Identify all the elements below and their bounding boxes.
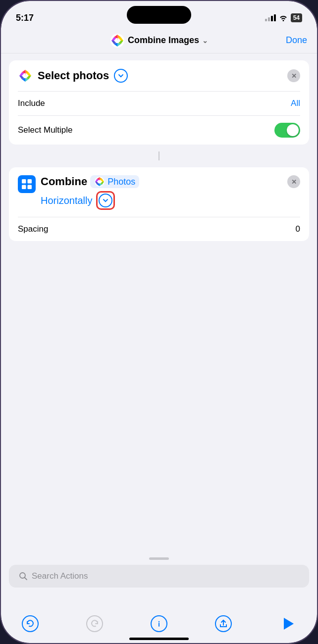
undo-button[interactable] bbox=[21, 614, 40, 633]
done-button[interactable]: Done bbox=[286, 35, 307, 46]
svg-rect-7 bbox=[28, 185, 32, 190]
combine-left: Combine bbox=[18, 175, 287, 210]
info-icon bbox=[151, 615, 167, 632]
direction-dropdown-btn[interactable] bbox=[96, 191, 115, 210]
card-header-left: Select photos bbox=[18, 68, 128, 83]
svg-rect-4 bbox=[22, 179, 26, 184]
select-photos-header: Select photos ✕ bbox=[9, 60, 309, 91]
share-icon bbox=[215, 615, 232, 632]
select-multiple-row[interactable]: Select Multiple bbox=[9, 116, 309, 145]
spacing-value: 0 bbox=[296, 224, 300, 234]
select-photos-icon bbox=[18, 68, 33, 83]
select-photos-title: Select photos bbox=[38, 69, 109, 82]
svg-point-12 bbox=[159, 621, 159, 622]
select-multiple-toggle[interactable] bbox=[274, 123, 300, 138]
toolbar-items bbox=[16, 614, 302, 633]
search-icon bbox=[19, 572, 28, 581]
redo-button[interactable] bbox=[85, 614, 104, 633]
nav-title-text: Combine Images bbox=[128, 35, 199, 46]
combine-header: Combine bbox=[9, 167, 309, 217]
svg-line-11 bbox=[25, 578, 27, 580]
photos-pill-icon bbox=[94, 176, 105, 187]
svg-point-1 bbox=[115, 38, 120, 43]
select-photos-close-btn[interactable]: ✕ bbox=[287, 69, 300, 82]
play-button[interactable] bbox=[278, 614, 297, 633]
spacing-row[interactable]: Spacing 0 bbox=[9, 217, 309, 241]
select-photos-card: Select photos ✕ Include All bbox=[9, 60, 309, 145]
phone-frame: 5:17 54 bbox=[0, 0, 318, 644]
redo-icon bbox=[86, 615, 103, 632]
play-icon bbox=[284, 618, 294, 630]
include-value: All bbox=[291, 99, 300, 108]
photos-app-icon bbox=[110, 33, 125, 48]
share-button[interactable] bbox=[214, 614, 233, 633]
svg-point-3 bbox=[23, 73, 28, 78]
phone-screen: 5:17 54 bbox=[1, 1, 317, 643]
horizontally-text: Horizontally bbox=[41, 195, 92, 206]
include-label: Include bbox=[18, 99, 45, 108]
connector-line bbox=[159, 151, 159, 160]
combine-grid-icon bbox=[18, 175, 36, 193]
photos-pill[interactable]: Photos bbox=[90, 175, 139, 188]
nav-chevron-icon[interactable]: ⌄ bbox=[202, 37, 208, 45]
include-row[interactable]: Include All bbox=[9, 92, 309, 115]
spacing-label: Spacing bbox=[18, 224, 48, 234]
dynamic-island bbox=[127, 6, 191, 24]
combine-line2: Horizontally bbox=[41, 191, 139, 210]
select-multiple-label: Select Multiple bbox=[18, 125, 73, 135]
combine-word: Combine bbox=[41, 175, 87, 188]
combine-close-btn[interactable]: ✕ bbox=[287, 175, 300, 188]
search-area: Search Actions bbox=[1, 552, 317, 594]
info-button[interactable] bbox=[150, 614, 168, 633]
main-content: Select photos ✕ Include All bbox=[1, 53, 317, 248]
combine-line1: Combine bbox=[41, 175, 139, 188]
combine-card: Combine bbox=[9, 167, 309, 241]
drag-handle bbox=[149, 557, 169, 560]
connector bbox=[9, 149, 309, 162]
search-bar[interactable]: Search Actions bbox=[9, 565, 309, 588]
signal-bars-icon bbox=[265, 14, 276, 21]
direction-chevron-icon bbox=[99, 194, 112, 207]
home-indicator bbox=[129, 638, 189, 640]
toggle-knob bbox=[287, 124, 299, 136]
photos-pill-text: Photos bbox=[107, 177, 135, 187]
battery-icon: 54 bbox=[291, 13, 302, 22]
undo-icon bbox=[22, 615, 39, 632]
status-icons: 54 bbox=[265, 13, 302, 22]
combine-text-block: Combine bbox=[41, 175, 139, 210]
svg-point-9 bbox=[98, 180, 102, 184]
status-time: 5:17 bbox=[16, 13, 34, 23]
svg-rect-5 bbox=[28, 179, 32, 184]
svg-rect-6 bbox=[22, 185, 26, 190]
wifi-icon bbox=[279, 14, 288, 21]
select-photos-expand-btn[interactable] bbox=[114, 69, 128, 83]
nav-title: Combine Images ⌄ bbox=[110, 33, 208, 48]
nav-bar: Combine Images ⌄ Done bbox=[1, 28, 317, 53]
bottom-toolbar bbox=[1, 614, 317, 633]
search-placeholder: Search Actions bbox=[32, 571, 88, 581]
